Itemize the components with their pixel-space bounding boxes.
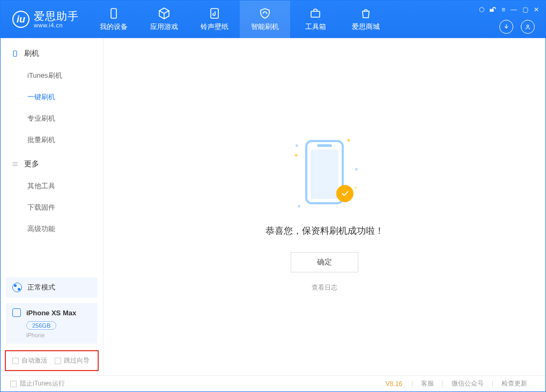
success-check-icon — [336, 185, 353, 202]
logo-area: iu 爱思助手 www.i4.cn — [1, 11, 88, 28]
user-button[interactable] — [521, 20, 535, 34]
svg-rect-0 — [111, 9, 116, 18]
app-subtitle: www.i4.cn — [34, 23, 79, 28]
app-header: iu 爱思助手 www.i4.cn 我的设备 应用游戏 铃声壁纸 智能刷机 工具… — [1, 1, 545, 38]
checkbox-skip-guide[interactable]: 跳过向导 — [55, 356, 90, 365]
maximize-icon[interactable]: ▢ — [522, 6, 528, 13]
music-file-icon — [208, 7, 221, 20]
main-content: ✦✦✦ 恭喜您，保资料刷机成功啦！ 确定 查看日志 — [104, 38, 545, 375]
success-illustration: ✦✦✦ — [298, 140, 351, 210]
checkbox-auto-activate[interactable]: 自动激活 — [12, 356, 47, 365]
shield-refresh-icon — [259, 7, 271, 20]
header-round-buttons — [499, 20, 535, 34]
view-log-link[interactable]: 查看日志 — [312, 283, 337, 292]
svg-rect-1 — [211, 9, 218, 18]
mode-box[interactable]: 正常模式 — [6, 277, 98, 298]
bag-icon — [359, 7, 372, 20]
sidebar-section-flash: 刷机 iTunes刷机 一键刷机 专业刷机 批量刷机 — [1, 38, 103, 155]
checkbox-icon — [12, 358, 19, 364]
phone-icon — [11, 50, 19, 57]
tab-label: 我的设备 — [100, 22, 128, 32]
tab-smart-flash[interactable]: 智能刷机 — [240, 1, 290, 38]
menu-icon[interactable]: ≡ — [501, 6, 505, 13]
device-name: iPhone XS Max — [26, 309, 76, 317]
app-body: 刷机 iTunes刷机 一键刷机 专业刷机 批量刷机 更多 其他工具 下载固件 … — [1, 38, 545, 375]
sidebar-head-more: 更多 — [1, 159, 103, 169]
device-capacity: 256GB — [26, 321, 56, 330]
sidebar-head-flash: 刷机 — [1, 49, 103, 58]
svg-rect-2 — [311, 11, 320, 17]
option-label: 自动激活 — [21, 356, 47, 365]
link-check-update[interactable]: 检查更新 — [493, 379, 536, 388]
options-row: 自动激活 跳过向导 — [5, 350, 99, 371]
option-label: 跳过向导 — [64, 356, 90, 365]
sidebar-section-more: 更多 其他工具 下载固件 高级功能 — [1, 155, 103, 244]
tab-label: 应用游戏 — [150, 22, 178, 32]
mode-icon — [12, 283, 22, 292]
tab-label: 铃声壁纸 — [201, 22, 228, 32]
close-icon[interactable]: ✕ — [534, 6, 539, 13]
sidebar-item-advanced[interactable]: 高级功能 — [1, 218, 103, 240]
success-message: 恭喜您，保资料刷机成功啦！ — [265, 225, 384, 237]
svg-point-3 — [527, 25, 529, 27]
briefcase-icon — [309, 7, 322, 20]
download-button[interactable] — [499, 20, 513, 34]
tab-my-device[interactable]: 我的设备 — [88, 1, 139, 38]
checkbox-icon — [55, 358, 61, 364]
checkbox-icon — [10, 381, 17, 387]
app-logo-icon: iu — [12, 11, 29, 28]
checkbox-block-itunes[interactable]: 阻止iTunes运行 — [10, 379, 65, 388]
tab-label: 爱思商城 — [352, 22, 380, 32]
sidebar-item-itunes-flash[interactable]: iTunes刷机 — [1, 65, 103, 86]
top-tabs: 我的设备 应用游戏 铃声壁纸 智能刷机 工具箱 爱思商城 — [88, 1, 391, 38]
window-controls: ⬡ 🔓︎ ≡ — ▢ ✕ — [479, 6, 539, 13]
sidebar-item-batch-flash[interactable]: 批量刷机 — [1, 129, 103, 151]
list-icon — [11, 160, 19, 168]
link-support[interactable]: 客服 — [412, 379, 442, 388]
confirm-button[interactable]: 确定 — [291, 252, 358, 272]
device-icon — [12, 308, 21, 317]
section-title: 更多 — [24, 159, 39, 169]
mode-label: 正常模式 — [27, 283, 55, 292]
tab-label: 智能刷机 — [251, 22, 279, 32]
app-title: 爱思助手 — [34, 11, 79, 21]
minimize-icon[interactable]: — — [511, 6, 517, 13]
status-bar: 阻止iTunes运行 V8.16 客服 微信公众号 检查更新 — [1, 375, 545, 391]
sidebar-item-download-firmware[interactable]: 下载固件 — [1, 197, 103, 218]
tab-ringtone[interactable]: 铃声壁纸 — [189, 1, 240, 38]
device-box[interactable]: iPhone XS Max 256GB iPhone — [6, 303, 98, 344]
tab-store[interactable]: 爱思商城 — [341, 1, 391, 38]
svg-rect-4 — [13, 51, 17, 57]
link-wechat[interactable]: 微信公众号 — [443, 379, 492, 388]
version-label: V8.16 — [386, 380, 402, 388]
sidebar: 刷机 iTunes刷机 一键刷机 专业刷机 批量刷机 更多 其他工具 下载固件 … — [1, 38, 104, 375]
block-itunes-label: 阻止iTunes运行 — [20, 379, 65, 388]
sidebar-item-oneclick-flash[interactable]: 一键刷机 — [1, 86, 103, 108]
tab-label: 工具箱 — [305, 22, 326, 32]
shirt-icon[interactable]: ⬡ — [479, 6, 484, 13]
footer-links: 客服 微信公众号 检查更新 — [412, 379, 536, 388]
device-type: iPhone — [26, 332, 91, 338]
sidebar-item-pro-flash[interactable]: 专业刷机 — [1, 108, 103, 129]
tab-apps[interactable]: 应用游戏 — [139, 1, 189, 38]
device-icon — [107, 7, 120, 20]
section-title: 刷机 — [24, 49, 39, 58]
tab-toolbox[interactable]: 工具箱 — [290, 1, 341, 38]
sidebar-item-other-tools[interactable]: 其他工具 — [1, 175, 103, 197]
lock-icon[interactable]: 🔓︎ — [490, 6, 496, 13]
cube-icon — [158, 7, 171, 20]
logo-text: 爱思助手 www.i4.cn — [34, 11, 79, 28]
